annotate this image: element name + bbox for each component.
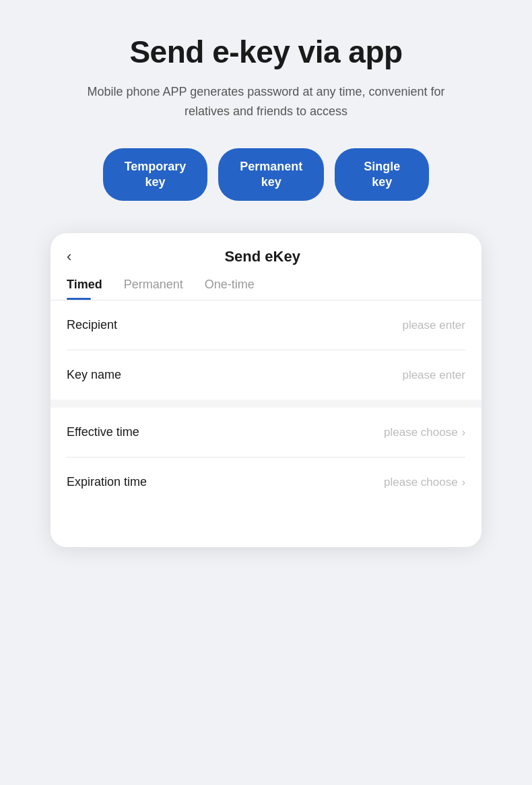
key-type-buttons: Temporary key Permanent key Single key [103,148,430,201]
single-key-button[interactable]: Single key [335,148,429,201]
effective-time-chooser[interactable]: please choose › [384,426,465,439]
card-header: ‹ Send eKey [51,233,481,265]
back-button[interactable]: ‹ [67,249,71,264]
key-name-input[interactable]: please enter [402,369,465,382]
key-name-row: Key name please enter [67,350,465,400]
tab-onetime[interactable]: One-time [205,278,255,300]
recipient-label: Recipient [67,318,117,332]
expiration-time-chooser[interactable]: please choose › [384,476,465,489]
key-name-label: Key name [67,368,121,382]
permanent-key-button[interactable]: Permanent key [218,148,324,201]
temporary-key-button[interactable]: Temporary key [103,148,208,201]
effective-time-label: Effective time [67,425,139,439]
section-divider [51,400,481,408]
tabs-bar: Timed Permanent One-time [51,265,481,301]
recipient-row: Recipient please enter [67,301,465,350]
page-title: Send e-key via app [129,34,402,70]
tab-permanent[interactable]: Permanent [124,278,183,300]
effective-time-row: Effective time please choose › [67,408,465,458]
tab-timed[interactable]: Timed [67,278,102,300]
form-section-bottom: Effective time please choose › Expiratio… [51,408,481,507]
form-section-top: Recipient please enter Key name please e… [51,301,481,400]
recipient-input[interactable]: please enter [402,319,465,332]
effective-time-placeholder: please choose [384,426,458,439]
expiration-time-label: Expiration time [67,475,147,489]
send-ekey-card: ‹ Send eKey Timed Permanent One-time Rec… [51,233,481,547]
chevron-right-icon-2: › [462,476,465,489]
chevron-right-icon: › [462,427,465,439]
card-title: Send eKey [79,248,445,265]
expiration-time-placeholder: please choose [384,476,458,489]
page-subtitle: Mobile phone APP generates password at a… [77,82,455,121]
expiration-time-row: Expiration time please choose › [67,458,465,507]
